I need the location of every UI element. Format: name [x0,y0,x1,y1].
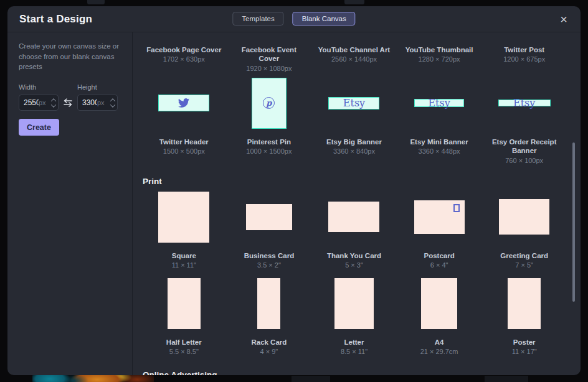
width-inputbox: px [19,95,59,111]
preset-name: Pinterest Pin [232,137,307,146]
preset-thumbnail-area: Etsy [402,75,477,132]
preset-thumbnail: p [252,78,287,129]
sidebar-description: Create your own canvas size or choose fr… [19,41,121,72]
preset-thumbnail [168,278,201,329]
chevron-down-icon[interactable] [50,102,55,107]
preset-name: Thank You Card [316,251,392,260]
preset-name: Facebook Page Cover [146,45,222,54]
preset-thumbnail-area [486,275,562,332]
swap-dimensions-icon[interactable] [59,95,77,111]
preset-card-facebook-page-cover[interactable]: Facebook Page Cover1702 × 630px [141,40,227,72]
start-design-dialog: Start a Design Templates Blank Canvas × … [7,6,581,375]
preset-dims: 1920 × 1080px [232,65,307,72]
preset-thumbnail: Etsy [498,100,551,106]
preset-name: Etsy Order Receipt Banner [486,137,562,156]
width-input[interactable] [19,98,39,107]
preset-card-letter[interactable]: Letter8.5 × 11" [311,275,397,355]
background-page-element [292,376,330,382]
preset-dims: 21 × 29.7cm [402,348,477,355]
preset-card-etsy-order-receipt-banner[interactable]: EtsyEtsy Order Receipt Banner760 × 100px [481,75,567,164]
preset-thumbnail [257,278,280,329]
preset-dims: 8.5 × 11" [316,348,392,355]
preset-thumbnail-area [232,275,307,332]
custom-size-sidebar: Create your own canvas size or choose fr… [7,32,133,375]
preset-name: Rack Card [232,338,307,347]
background-page-element [485,376,528,382]
preset-card-twitter-header[interactable]: Twitter Header1500 × 500px [141,75,227,164]
preset-dims: 3.5 × 2" [232,261,307,269]
preset-thumbnail-area [486,189,562,246]
background-page-element [344,0,364,4]
preset-thumbnail-area [316,275,392,332]
scrollbar[interactable] [572,142,575,302]
preset-dims: 1200 × 675px [486,55,562,63]
background-page-element [87,0,105,4]
preset-name: Business Card [232,251,307,260]
preset-thumbnail-area [402,189,477,246]
preset-thumbnail [499,199,549,235]
preset-thumbnail [508,278,541,329]
close-icon[interactable]: × [556,11,572,27]
preset-card-poster[interactable]: Poster11 × 17" [481,275,567,355]
preset-name: YouTube Thumbnail [402,45,477,54]
preset-thumbnail [328,202,379,232]
preset-name: A4 [402,338,477,347]
preset-name: Greeting Card [486,251,562,260]
preset-thumbnail [334,278,374,329]
preset-thumbnail [158,95,209,111]
width-unit-label: px [39,99,49,106]
preset-dims: 2560 × 1440px [316,55,392,63]
preset-thumbnail-area: Etsy [316,75,392,132]
height-label: Height [77,83,118,91]
preset-card-a4[interactable]: A421 × 29.7cm [397,275,482,355]
preset-card-rack-card[interactable]: Rack Card4 × 9" [227,275,312,355]
preset-card-postcard[interactable]: Postcard6 × 4" [397,189,482,269]
preset-dims: 5.5 × 8.5" [146,348,222,355]
preset-thumbnail: Etsy [328,97,379,109]
preset-card-business-card[interactable]: Business Card3.5 × 2" [227,189,312,269]
preset-name: Letter [316,338,392,347]
height-inputbox: px [77,95,118,111]
tab-blank-canvas[interactable]: Blank Canvas [293,12,356,26]
preset-name: Poster [486,338,562,347]
preset-dims: 11 × 17" [486,348,562,355]
preset-name: YouTube Channel Art [316,45,392,54]
preset-thumbnail-area [146,75,222,132]
stamp-icon [453,204,460,212]
preset-card-twitter-post[interactable]: Twitter Post1200 × 675px [481,40,567,72]
preset-thumbnail-area [316,189,392,246]
preset-name: Postcard [402,251,477,260]
preset-thumbnail-area: p [232,75,307,132]
preset-row-social: Twitter Header1500 × 500pxpPinterest Pin… [141,75,567,164]
preset-card-thank-you-card[interactable]: Thank You Card5 × 3" [311,189,397,269]
width-field: Width px [19,83,59,111]
preset-row-print-1: Square11 × 11"Business Card3.5 × 2"Thank… [141,189,567,269]
width-stepper[interactable] [49,95,58,110]
preset-thumbnail-area [146,189,222,246]
preset-dims: 4 × 9" [232,348,307,355]
preset-thumbnail-area: Etsy [486,75,562,132]
preset-name: Facebook Event Cover [232,45,307,63]
preset-card-youtube-thumbnail[interactable]: YouTube Thumbnail1280 × 720px [397,40,482,72]
height-stepper[interactable] [108,95,117,110]
preset-card-etsy-big-banner[interactable]: EtsyEtsy Big Banner3360 × 840px [311,75,397,164]
preset-card-square[interactable]: Square11 × 11" [141,189,227,269]
preset-card-half-letter[interactable]: Half Letter5.5 × 8.5" [141,275,227,355]
preset-thumbnail-area [146,275,222,332]
create-button[interactable]: Create [19,119,59,136]
preset-card-etsy-mini-banner[interactable]: EtsyEtsy Mini Banner3360 × 448px [397,75,482,164]
height-input[interactable] [78,98,97,107]
tab-templates[interactable]: Templates [232,12,283,26]
preset-name: Square [146,251,222,260]
preset-dims: 1500 × 500px [146,147,222,155]
preset-card-youtube-channel-art[interactable]: YouTube Channel Art2560 × 1440px [311,40,397,72]
height-field: Height px [77,83,118,111]
section-header-online-advertising: Online Advertising [143,370,567,375]
preset-card-pinterest-pin[interactable]: pPinterest Pin1000 × 1500px [227,75,312,164]
preset-card-facebook-event-cover[interactable]: Facebook Event Cover1920 × 1080px [227,40,312,72]
preset-dims: 1702 × 630px [146,55,222,63]
chevron-down-icon[interactable] [110,102,115,107]
preset-name: Twitter Post [486,45,562,54]
preset-dims: 5 × 3" [316,261,392,269]
preset-card-greeting-card[interactable]: Greeting Card7 × 5" [481,189,567,269]
